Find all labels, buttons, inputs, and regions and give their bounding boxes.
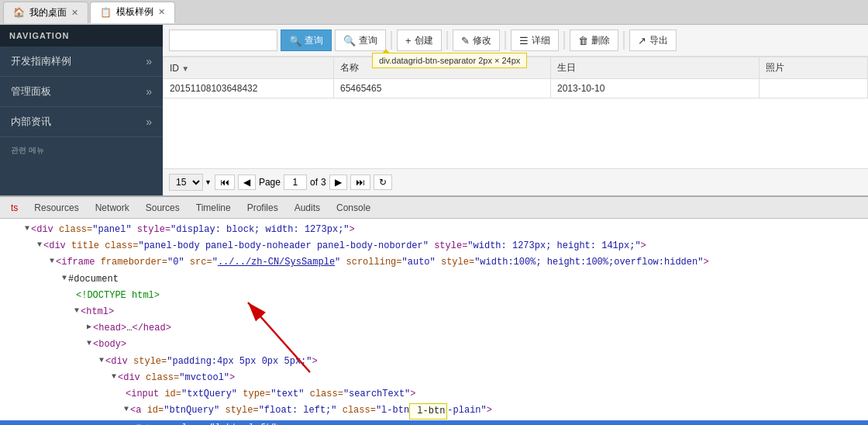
edit-icon: ✎ [461, 35, 470, 47]
page-last-btn[interactable]: ⏭ [350, 174, 370, 190]
btn-query-primary[interactable]: 🔍 查询 [281, 29, 332, 51]
table-row[interactable]: 20151108103648432 65465465 2013-10-10 [164, 79, 868, 98]
devtools-tabs: ts Resources Network Sources Timeline Pr… [0, 197, 868, 219]
cell-id: 20151108103648432 [164, 79, 334, 98]
app-container: 🏠 我的桌面 ✕ 📋 模板样例 ✕ NAVIGATION 开发指南样例 » 管理… [0, 0, 868, 425]
code-line-2[interactable]: <div title class="panel-body panel-body-… [0, 238, 868, 254]
btn-delete[interactable]: 🗑 删除 [570, 29, 618, 51]
tab-template[interactable]: 📋 模板样例 ✕ [90, 2, 175, 23]
tab-template-icon: 📋 [100, 7, 112, 18]
page-size-select[interactable]: 15 25 50 [169, 174, 203, 191]
code-line-13[interactable]: <span class="l-btn-left"> [0, 420, 868, 425]
btn-detail-label: 详细 [532, 34, 550, 47]
btn-detail[interactable]: ☰ 详细 [511, 29, 559, 51]
cell-birthday: 2013-10-10 [551, 79, 760, 98]
export-icon: ↗ [638, 35, 646, 47]
nav-chevron-admin: » [146, 85, 152, 98]
cell-name: 65465465 [334, 79, 551, 98]
devtools-tab-elements[interactable]: ts [3, 199, 26, 216]
devtools-tab-resources[interactable]: Resources [26, 199, 87, 216]
tab-desktop-close[interactable]: ✕ [71, 8, 78, 18]
btn-edit-label: 修改 [473, 34, 491, 47]
code-line-12[interactable]: <a id="btnQuery" style="float: left;" cl… [0, 403, 868, 420]
list-icon: ☰ [519, 35, 529, 47]
col-id-label: ID [170, 63, 179, 74]
tab-bar: 🏠 我的桌面 ✕ 📋 模板样例 ✕ [0, 0, 868, 25]
tab-desktop-label: 我的桌面 [29, 6, 67, 19]
page-next-btn[interactable]: ▶ [329, 174, 347, 190]
btn-query[interactable]: 🔍 查询 [335, 29, 386, 51]
code-line-9[interactable]: <div style="padding:4px 5px 0px 5px;"> [0, 354, 868, 370]
nav-item-more[interactable]: 관련 메뉴 [0, 137, 163, 164]
main-area: NAVIGATION 开发指南样例 » 管理面板 » 内部资讯 » 관련 메뉴 [0, 25, 868, 195]
data-table: ID ▼ 名称 生日 照片 20151108103648432 65465465 [163, 57, 868, 98]
nav-item-more-label: 관련 메뉴 [11, 145, 44, 156]
btn-delete-label: 删除 [591, 34, 610, 47]
devtools-tab-network[interactable]: Network [88, 199, 138, 216]
code-line-3[interactable]: <iframe frameborder="0" src="../../zh-CN… [0, 254, 868, 271]
pagination: 15 25 50 ▼ ⏮ ◀ Page of 3 ▶ ⏭ ↻ [163, 168, 868, 195]
devtools-panel: ts Resources Network Sources Timeline Pr… [0, 195, 868, 425]
search-icon-2: 🔍 [343, 35, 356, 47]
page-number-input[interactable] [284, 174, 307, 190]
nav-item-info[interactable]: 内部资讯 » [0, 107, 163, 137]
code-line-6[interactable]: <html> [0, 304, 868, 320]
nav-item-info-label: 内部资讯 [11, 115, 51, 129]
sort-icon: ▼ [181, 64, 189, 73]
code-line-8[interactable]: <body> [0, 337, 868, 353]
devtools-tab-audits[interactable]: Audits [287, 199, 329, 216]
table-container: ID ▼ 名称 生日 照片 20151108103648432 65465465 [163, 57, 868, 168]
nav-item-dev[interactable]: 开发指南样例 » [0, 47, 163, 77]
trash-icon: 🗑 [578, 35, 588, 47]
search-icon: 🔍 [289, 35, 301, 47]
devtools-tab-timeline[interactable]: Timeline [188, 199, 239, 216]
page-first-btn[interactable]: ⏮ [215, 174, 235, 190]
devtools-tab-profiles[interactable]: Profiles [239, 199, 287, 216]
nav-chevron-info: » [146, 116, 152, 128]
code-line-1[interactable]: <div class="panel" style="display: block… [0, 222, 868, 238]
toolbar: 🔍 查询 🔍 查询 + 创建 ✎ 修改 [163, 25, 868, 57]
left-nav: NAVIGATION 开发指南样例 » 管理面板 » 内部资讯 » 관련 메뉴 [0, 25, 163, 195]
nav-item-admin[interactable]: 管理面板 » [0, 77, 163, 107]
code-line-4[interactable]: #document [0, 271, 868, 288]
page-total: 3 [321, 177, 326, 188]
btn-create[interactable]: + 创建 [397, 29, 442, 51]
btn-separator-5 [623, 31, 625, 50]
col-id[interactable]: ID ▼ [164, 57, 334, 79]
page-prev-btn[interactable]: ◀ [238, 174, 256, 190]
btn-separator-4 [563, 31, 565, 50]
tab-template-close[interactable]: ✕ [158, 7, 165, 17]
code-line-10[interactable]: <div class="mvctool"> [0, 370, 868, 386]
tab-desktop-icon: 🏠 [13, 7, 25, 18]
page-label: Page [259, 177, 281, 188]
nav-item-dev-label: 开发指南样例 [11, 54, 71, 68]
page-refresh-btn[interactable]: ↻ [374, 174, 392, 190]
btn-separator-3 [505, 31, 506, 50]
nav-item-admin-label: 管理面板 [11, 85, 51, 98]
devtools-tab-sources[interactable]: Sources [138, 199, 188, 216]
btn-export-label: 导出 [649, 34, 668, 47]
btn-export[interactable]: ↗ 导出 [629, 29, 677, 51]
col-name[interactable]: 名称 [334, 57, 551, 79]
page-of-label: of [310, 177, 318, 188]
plus-icon: + [405, 35, 412, 47]
tab-desktop[interactable]: 🏠 我的桌面 ✕ [3, 2, 88, 23]
code-line-11[interactable]: <input id="txtQuery" type="text" class="… [0, 386, 868, 403]
btn-separator-2 [446, 31, 448, 50]
cell-photo [759, 79, 867, 98]
page-size-down-icon: ▼ [205, 178, 212, 186]
nav-chevron-dev: » [146, 55, 152, 67]
col-birthday[interactable]: 生日 [551, 57, 760, 79]
search-input[interactable] [169, 29, 277, 51]
btn-query-primary-label: 查询 [305, 34, 323, 47]
btn-separator-1 [391, 31, 392, 50]
devtools-tab-console[interactable]: Console [329, 199, 379, 216]
btn-edit[interactable]: ✎ 修改 [453, 29, 500, 51]
code-line-5[interactable]: <!DOCTYPE html> [0, 288, 868, 304]
right-content: 🔍 查询 🔍 查询 + 创建 ✎ 修改 [163, 25, 868, 195]
col-photo[interactable]: 照片 [759, 57, 867, 79]
code-line-7[interactable]: <head>…</head> [0, 320, 868, 337]
btn-query-label: 查询 [359, 34, 377, 47]
devtools-content: <div class="panel" style="display: block… [0, 219, 868, 425]
btn-create-label: 创建 [415, 34, 433, 47]
